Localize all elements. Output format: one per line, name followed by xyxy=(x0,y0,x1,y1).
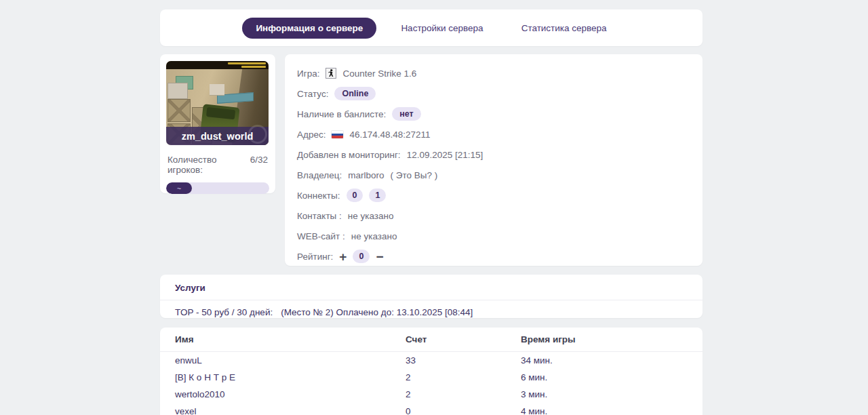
player-name: vexel xyxy=(175,406,406,415)
server-page: Информация о сервере Настройки сервера С… xyxy=(160,0,703,415)
row-monitoring: Добавлен в мониторинг: 12.09.2025 [21:15… xyxy=(297,147,690,162)
row-banlist: Наличие в банлисте: нет xyxy=(297,106,690,121)
services-row: TOP - 50 руб / 30 дней: (Место № 2) Опла… xyxy=(160,300,703,318)
banlist-label: Наличие в банлисте: xyxy=(297,109,386,119)
players-table-card: Имя Счет Время игры enwuL 33 34 мин. [B]… xyxy=(160,328,703,415)
website-value: не указано xyxy=(351,231,397,241)
map-screenshot: zm_dust_world xyxy=(166,61,269,145)
player-score: 2 xyxy=(406,372,521,382)
players-progress-bar: ~ xyxy=(166,182,269,194)
map-name: zm_dust_world xyxy=(182,131,254,142)
row-game: Игра: Counter Strike 1.6 xyxy=(297,66,690,81)
map-hud-text xyxy=(241,66,266,68)
row-status: Статус: Online xyxy=(297,86,690,101)
table-row: [B] К о Н Т р Е 2 6 мин. xyxy=(160,369,703,386)
services-title: Услуги xyxy=(160,275,703,300)
monitoring-label: Добавлен в мониторинг: xyxy=(297,150,401,160)
rating-label: Рейтинг: xyxy=(297,252,333,262)
map-crate xyxy=(167,99,191,122)
players-table-header: Имя Счет Время игры xyxy=(160,328,703,352)
players-progress-fill: ~ xyxy=(166,182,192,194)
russia-flag-icon xyxy=(332,131,343,138)
row-connects: Коннекты: 0 1 xyxy=(297,188,690,203)
status-label: Статус: xyxy=(297,89,328,99)
plus-icon[interactable]: + xyxy=(339,250,347,263)
game-label: Игра: xyxy=(297,68,319,79)
contacts-label: Контакты : xyxy=(297,211,342,221)
table-row: vexel 0 4 мин. xyxy=(160,403,703,415)
tab-server-info[interactable]: Информация о сервере xyxy=(242,18,376,39)
player-time: 4 мин. xyxy=(521,406,688,415)
connects-badge-0: 0 xyxy=(347,189,363,203)
players-count-line: Количество игроков: 6/32 xyxy=(166,155,269,175)
cs16-game-icon xyxy=(326,68,336,79)
address-value: 46.174.48.48:27211 xyxy=(349,130,430,140)
player-time: 34 мин. xyxy=(521,355,688,365)
website-label: WEB-сайт : xyxy=(297,231,345,241)
monitoring-value: 12.09.2025 [21:15] xyxy=(407,150,484,160)
players-count-label: Количество игроков: xyxy=(167,155,245,175)
map-card: zm_dust_world Количество игроков: 6/32 ~ xyxy=(160,54,275,193)
address-label: Адрес: xyxy=(297,130,326,140)
owner-value: marlboro xyxy=(348,170,384,180)
services-details: (Место № 2) Оплачено до: 13.10.2025 [08:… xyxy=(281,307,473,317)
table-row: wertolo2010 2 3 мин. xyxy=(160,386,703,403)
row-owner: Владелец: marlboro ( Это Вы? ) xyxy=(297,167,690,182)
owner-label: Владелец: xyxy=(297,170,342,180)
server-info-card: Игра: Counter Strike 1.6 Статус: Online … xyxy=(285,54,703,266)
player-score: 33 xyxy=(406,355,521,365)
services-card: Услуги TOP - 50 руб / 30 дней: (Место № … xyxy=(160,275,703,318)
services-package: TOP - 50 руб / 30 дней: xyxy=(175,307,273,317)
row-rating: Рейтинг: + 0 − xyxy=(297,249,690,264)
map-white-crate xyxy=(210,84,224,96)
connects-badge-1: 1 xyxy=(369,189,386,203)
map-name-overlay: zm_dust_world xyxy=(166,127,269,145)
map-hud-text xyxy=(228,62,266,64)
player-time: 3 мин. xyxy=(521,389,688,399)
player-name: enwuL xyxy=(175,355,406,365)
col-header-name: Имя xyxy=(175,334,406,344)
banlist-badge: нет xyxy=(392,107,420,121)
tab-server-stats[interactable]: Статистика сервера xyxy=(508,18,620,39)
tab-server-settings[interactable]: Настройки сервера xyxy=(387,18,496,39)
game-value: Counter Strike 1.6 xyxy=(342,68,416,79)
connects-label: Коннекты: xyxy=(297,191,340,201)
row-website: WEB-сайт : не указано xyxy=(297,229,690,243)
player-name: [B] К о Н Т р Е xyxy=(175,372,406,382)
player-name: wertolo2010 xyxy=(175,389,406,399)
tab-bar: Информация о сервере Настройки сервера С… xyxy=(160,9,703,46)
col-header-time: Время игры xyxy=(521,334,688,344)
map-machine xyxy=(167,83,188,99)
players-count-value: 6/32 xyxy=(250,155,268,175)
row-address: Адрес: 46.174.48.48:27211 xyxy=(297,127,690,142)
map-hud-strip xyxy=(166,61,269,69)
player-time: 6 мин. xyxy=(521,372,688,382)
player-score: 0 xyxy=(406,406,521,415)
col-header-score: Счет xyxy=(406,334,521,344)
contacts-value: не указано xyxy=(348,211,394,221)
minus-icon[interactable]: − xyxy=(376,250,383,263)
player-score: 2 xyxy=(406,389,521,399)
table-row: enwuL 33 34 мин. xyxy=(160,352,703,369)
players-progress-char: ~ xyxy=(177,184,181,193)
rating-badge: 0 xyxy=(353,250,370,264)
owner-is-you-link[interactable]: ( Это Вы? ) xyxy=(390,170,437,180)
row-contacts: Контакты : не указано xyxy=(297,208,690,223)
status-badge: Online xyxy=(334,87,376,101)
